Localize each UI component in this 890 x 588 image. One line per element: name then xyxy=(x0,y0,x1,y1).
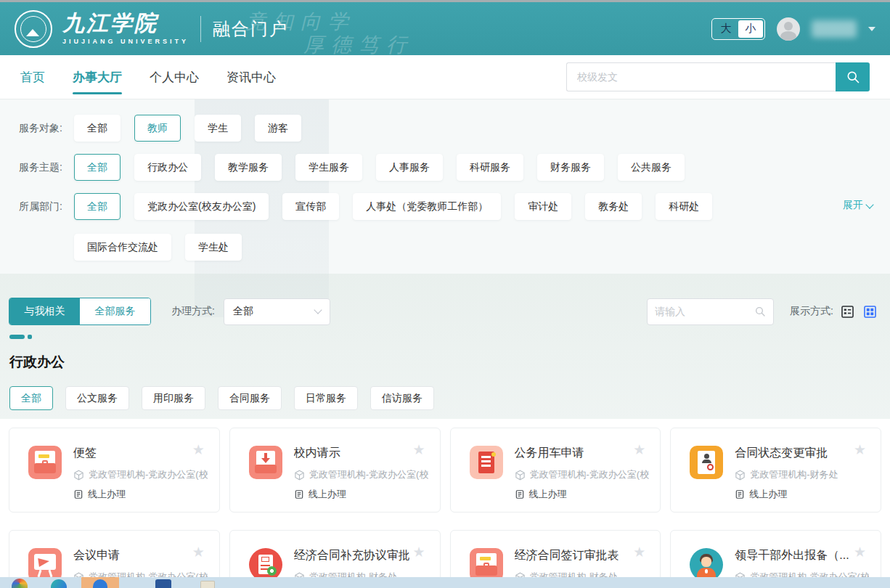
section-tab-信访服务[interactable]: 信访服务 xyxy=(370,386,434,410)
favorite-star-icon[interactable]: ★ xyxy=(633,545,645,559)
service-card[interactable]: 公务用车申请 党政管理机构-党政办公室(校... 线上办理 ★ xyxy=(450,428,661,513)
service-title: 经济合同签订审批表 xyxy=(515,548,634,563)
filter-option[interactable]: 学生处 xyxy=(185,234,242,261)
university-name-cn: 九江学院 xyxy=(62,12,189,34)
grid-view-icon[interactable] xyxy=(863,305,877,319)
favorite-star-icon[interactable]: ★ xyxy=(412,545,425,559)
filter-option[interactable]: 人事服务 xyxy=(376,154,443,181)
form-icon xyxy=(294,489,304,499)
section-tab-合同服务[interactable]: 合同服务 xyxy=(218,386,282,410)
nav-tab-资讯中心[interactable]: 资讯中心 xyxy=(226,55,276,99)
filter-option[interactable]: 游客 xyxy=(255,115,301,142)
filter-row: 服务主题:全部行政办公教学服务学生服务人事服务科研服务财务服务公共服务 xyxy=(0,154,890,181)
filter-option[interactable]: 教务处 xyxy=(585,193,642,220)
favorite-star-icon[interactable]: ★ xyxy=(412,443,425,457)
taskbar-photos-icon[interactable] xyxy=(12,579,28,588)
filter-option[interactable]: 行政办公 xyxy=(134,154,201,181)
download-doc-icon xyxy=(249,446,282,479)
favorite-star-icon[interactable]: ★ xyxy=(192,545,205,559)
package-icon xyxy=(515,470,526,481)
service-title: 校内请示 xyxy=(294,446,414,461)
service-title: 经济合同补充协议审批 xyxy=(294,548,414,563)
taskbar-word-icon[interactable] xyxy=(155,579,171,588)
portal-title: 融合门户 xyxy=(213,17,288,41)
filter-option[interactable]: 国际合作交流处 xyxy=(74,234,171,261)
service-toolbar: 与我相关 全部服务 办理方式: 全部 展示方式: xyxy=(0,298,890,325)
filter-option[interactable]: 审计处 xyxy=(515,193,571,220)
search-button[interactable] xyxy=(836,62,870,91)
expand-link[interactable]: 展开 xyxy=(843,199,873,212)
font-large-button[interactable]: 大 xyxy=(714,20,738,38)
service-card[interactable]: 便签 党政管理机构-党政办公室(校... 线上办理 ★ xyxy=(9,428,220,513)
handle-mode-value: 全部 xyxy=(233,305,253,318)
global-search-input[interactable] xyxy=(566,62,836,91)
service-title: 合同状态变更审批 xyxy=(735,446,854,461)
favorite-star-icon[interactable]: ★ xyxy=(854,545,866,559)
search-icon[interactable] xyxy=(754,306,766,317)
handle-mode-select[interactable]: 全部 xyxy=(224,298,330,325)
filter-option[interactable]: 公共服务 xyxy=(618,154,685,181)
filter-option[interactable]: 全部 xyxy=(74,115,121,142)
service-card[interactable]: 合同状态变更审批 党政管理机构-财务处 线上办理 ★ xyxy=(670,428,881,513)
service-org: 党政管理机构-财务处 xyxy=(750,468,869,481)
taskbar-browser-icon[interactable] xyxy=(51,579,67,588)
filter-option[interactable]: 教学服务 xyxy=(215,154,282,181)
font-small-button[interactable]: 小 xyxy=(738,20,763,38)
filter-row: 服务对象:全部教师学生游客 xyxy=(0,115,890,142)
list-view-icon[interactable] xyxy=(841,305,854,319)
filter-option[interactable]: 科研服务 xyxy=(457,154,523,181)
form-icon xyxy=(735,489,745,499)
form-icon xyxy=(515,489,525,499)
username-blurred xyxy=(812,20,857,38)
section-tab-全部[interactable]: 全部 xyxy=(9,386,53,410)
filter-option[interactable]: 人事处（党委教师工作部） xyxy=(353,193,501,220)
service-search-input[interactable] xyxy=(655,306,754,317)
favorite-star-icon[interactable]: ★ xyxy=(854,443,866,457)
relevance-segmented-control: 与我相关 全部服务 xyxy=(9,298,151,325)
filter-option[interactable]: 全部 xyxy=(74,154,121,181)
filter-option[interactable]: 学生 xyxy=(195,115,241,142)
university-logo[interactable]: 九江学院 JIUJIANG UNIVERSITY xyxy=(15,10,189,48)
filter-option[interactable]: 财务服务 xyxy=(537,154,604,181)
filter-option[interactable]: 党政办公室(校友办公室) xyxy=(134,193,269,220)
user-avatar[interactable] xyxy=(777,17,800,41)
related-to-me-tab[interactable]: 与我相关 xyxy=(9,298,80,324)
filter-label: 服务对象: xyxy=(19,115,74,142)
taskbar-folder-icon[interactable] xyxy=(200,581,215,588)
nav-tab-个人中心[interactable]: 个人中心 xyxy=(150,55,199,99)
filter-option[interactable]: 学生服务 xyxy=(295,154,362,181)
filter-option[interactable]: 全部 xyxy=(74,193,121,220)
favorite-star-icon[interactable]: ★ xyxy=(633,443,645,457)
user-menu-caret-icon[interactable] xyxy=(868,27,875,31)
handle-mode-label: 办理方式: xyxy=(171,305,215,318)
windows-taskbar[interactable] xyxy=(0,577,890,588)
section-title: 行政办公 xyxy=(9,353,65,372)
package-icon xyxy=(735,470,746,481)
all-services-tab[interactable]: 全部服务 xyxy=(80,298,150,324)
note-icon xyxy=(28,446,62,479)
section-tab-日常服务[interactable]: 日常服务 xyxy=(294,386,358,410)
package-icon xyxy=(73,470,84,481)
filter-option[interactable]: 教师 xyxy=(134,115,181,142)
global-search xyxy=(566,62,870,91)
filter-panel: 服务对象:全部教师学生游客服务主题:全部行政办公教学服务学生服务人事服务科研服务… xyxy=(0,115,890,273)
nav-tab-首页[interactable]: 首页 xyxy=(20,55,45,99)
nav-tab-办事大厅[interactable]: 办事大厅 xyxy=(73,55,122,99)
nav-bar: 首页办事大厅个人中心资讯中心 xyxy=(0,55,890,99)
service-title: 公务用车申请 xyxy=(515,446,634,461)
filter-option[interactable]: 科研处 xyxy=(656,193,712,220)
section-tab-用印服务[interactable]: 用印服务 xyxy=(142,386,205,410)
service-card[interactable]: 校内请示 党政管理机构-党政办公室(校... 线上办理 ★ xyxy=(229,428,441,513)
portal-page: 九江学院 JIUJIANG UNIVERSITY 融合门户 竟知向学 厚德笃行 … xyxy=(0,0,890,588)
red-doc-icon xyxy=(470,446,503,479)
section-tab-公文服务[interactable]: 公文服务 xyxy=(65,386,129,410)
favorite-star-icon[interactable]: ★ xyxy=(192,443,205,457)
filter-label: 所属部门: xyxy=(19,193,74,220)
section-marker xyxy=(9,335,32,339)
filter-option[interactable]: 宣传部 xyxy=(282,193,339,220)
nav-tabs: 首页办事大厅个人中心资讯中心 xyxy=(20,55,276,99)
service-search xyxy=(647,298,774,325)
service-org: 党政管理机构-党政办公室(校... xyxy=(530,468,649,481)
service-title: 会议申请 xyxy=(73,548,193,563)
service-org: 党政管理机构-党政办公室(校... xyxy=(309,468,428,481)
